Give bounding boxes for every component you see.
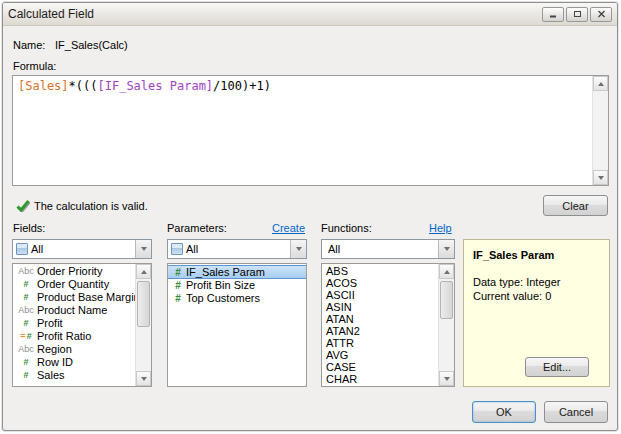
number-type-icon: #: [15, 356, 37, 369]
string-type-icon: Abc: [15, 304, 37, 317]
functions-scrollbar[interactable]: [438, 264, 454, 386]
close-icon: [597, 10, 606, 18]
formula-token-parameter: [IF_Sales Param]: [97, 79, 213, 93]
parameters-label: Parameters:: [167, 222, 227, 234]
minimize-icon: [549, 11, 557, 18]
restore-icon: [573, 10, 582, 18]
ok-button[interactable]: OK: [472, 401, 536, 423]
field-item[interactable]: #Profit: [13, 317, 135, 330]
function-item[interactable]: ASIN: [322, 301, 438, 313]
field-item[interactable]: #Sales: [13, 369, 135, 382]
minimize-button[interactable]: [542, 7, 564, 22]
parameter-item[interactable]: #Profit Bin Size: [168, 279, 306, 292]
fields-filter-dropdown[interactable]: All: [12, 239, 152, 259]
function-item[interactable]: CHAR: [322, 373, 438, 385]
functions-label: Functions:: [321, 222, 372, 234]
name-label: Name:: [13, 39, 45, 51]
formula-label: Formula:: [13, 60, 56, 72]
number-type-icon: #: [170, 266, 186, 279]
chevron-down-icon[interactable]: [438, 240, 454, 258]
window-controls: [542, 7, 612, 22]
function-item[interactable]: ASCII: [322, 289, 438, 301]
parameters-filter-value: All: [186, 243, 198, 255]
clear-button[interactable]: Clear: [543, 195, 608, 216]
scroll-down-icon[interactable]: [439, 371, 454, 386]
parameter-current-value: Current value: 0: [473, 290, 551, 302]
fields-list: AbcOrder Priority #Order Quantity #Produ…: [12, 263, 152, 387]
string-type-icon: Abc: [15, 265, 37, 278]
field-item[interactable]: =#Profit Ratio: [13, 330, 135, 343]
restore-button[interactable]: [566, 7, 588, 22]
chevron-down-icon[interactable]: [290, 240, 306, 258]
fields-filter-value: All: [31, 243, 43, 255]
scrollbar-thumb[interactable]: [440, 281, 453, 319]
scroll-up-icon[interactable]: [136, 264, 151, 279]
formula-scrollbar[interactable]: [592, 76, 608, 185]
calculated-number-type-icon: =#: [15, 330, 37, 343]
parameter-info-panel: IF_Sales Param Data type: Integer Curren…: [463, 239, 610, 387]
cancel-button[interactable]: Cancel: [544, 401, 608, 423]
functions-filter-value: All: [328, 243, 340, 255]
fields-label: Fields:: [13, 222, 45, 234]
function-item[interactable]: ATAN: [322, 313, 438, 325]
number-type-icon: #: [170, 292, 186, 305]
functions-list: ABS ACOS ASCII ASIN ATAN ATAN2 ATTR AVG …: [321, 263, 455, 387]
formula-editor[interactable]: [Sales]*((([IF_Sales Param]/100)+1): [13, 76, 591, 185]
functions-filter-dropdown[interactable]: All: [321, 239, 455, 259]
function-item[interactable]: CASE: [322, 361, 438, 373]
formula-token-operator: *(((: [69, 79, 98, 93]
table-icon: [171, 243, 183, 255]
name-input[interactable]: [55, 36, 375, 53]
string-type-icon: Abc: [15, 343, 37, 356]
parameter-item[interactable]: #Top Customers: [168, 292, 306, 305]
calculated-field-dialog: Calculated Field Name: Formula: [Sales]*…: [2, 2, 618, 431]
scroll-down-icon[interactable]: [593, 170, 608, 185]
number-type-icon: #: [15, 278, 37, 291]
table-icon: [16, 243, 28, 255]
parameters-list: #IF_Sales Param #Profit Bin Size #Top Cu…: [167, 263, 307, 387]
number-type-icon: #: [170, 279, 186, 292]
help-link[interactable]: Help: [429, 222, 452, 234]
function-item[interactable]: ATAN2: [322, 325, 438, 337]
scrollbar-thumb[interactable]: [137, 281, 150, 327]
field-item[interactable]: #Row ID: [13, 356, 135, 369]
number-type-icon: #: [15, 317, 37, 330]
formula-token-operator: /100)+1): [213, 79, 271, 93]
create-parameter-link[interactable]: Create: [272, 222, 305, 234]
parameter-data-type: Data type: Integer: [473, 276, 560, 288]
function-item[interactable]: ACOS: [322, 277, 438, 289]
function-item[interactable]: ATTR: [322, 337, 438, 349]
titlebar[interactable]: Calculated Field: [3, 3, 617, 26]
field-item[interactable]: #Product Base Margin: [13, 291, 135, 304]
function-item[interactable]: AVG: [322, 349, 438, 361]
number-type-icon: #: [15, 369, 37, 382]
function-item[interactable]: CONTAINS: [322, 385, 438, 386]
valid-check-icon: [15, 198, 30, 216]
scroll-up-icon[interactable]: [439, 264, 454, 279]
parameter-info-title: IF_Sales Param: [473, 249, 554, 261]
parameters-filter-dropdown[interactable]: All: [167, 239, 307, 259]
field-item[interactable]: AbcOrder Priority: [13, 265, 135, 278]
edit-parameter-button[interactable]: Edit...: [525, 357, 589, 377]
fields-scrollbar[interactable]: [135, 264, 151, 386]
parameter-item-selected[interactable]: #IF_Sales Param: [168, 265, 306, 279]
field-item[interactable]: AbcRegion: [13, 343, 135, 356]
scroll-up-icon[interactable]: [593, 76, 608, 91]
formula-token-field: [Sales]: [18, 79, 69, 93]
field-item[interactable]: AbcProduct Name: [13, 304, 135, 317]
function-item[interactable]: ABS: [322, 265, 438, 277]
formula-box: [Sales]*((([IF_Sales Param]/100)+1): [12, 75, 609, 186]
window-title: Calculated Field: [8, 7, 94, 21]
field-item[interactable]: #Order Quantity: [13, 278, 135, 291]
close-button[interactable]: [590, 7, 612, 22]
status-text: The calculation is valid.: [34, 200, 148, 212]
number-type-icon: #: [15, 291, 37, 304]
chevron-down-icon[interactable]: [135, 240, 151, 258]
scroll-down-icon[interactable]: [136, 371, 151, 386]
